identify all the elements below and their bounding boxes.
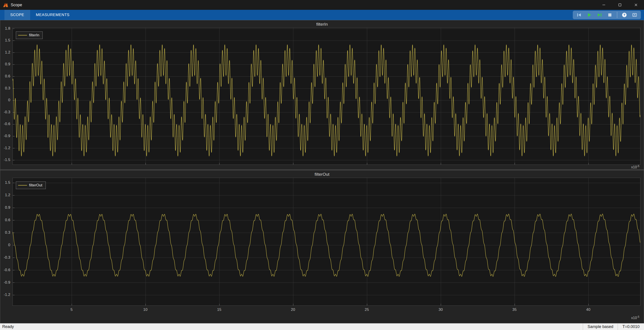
title-bar: Scope bbox=[0, 0, 644, 10]
y-tick-label: -0.6 bbox=[4, 268, 10, 272]
legend-label: filterOut bbox=[29, 183, 42, 187]
x-tick-label: 30 bbox=[434, 308, 447, 312]
scope-panel-filterout: filterOut 1.51.20.90.60.30-0.3-0.6-0.9-1… bbox=[0, 170, 644, 323]
stop-button[interactable] bbox=[607, 12, 613, 18]
y-tick-label: 1.8 bbox=[5, 26, 10, 31]
plot-title: filterOut bbox=[0, 172, 644, 177]
legend-label: filterIn bbox=[29, 33, 39, 37]
y-tick-label: 0.9 bbox=[5, 62, 10, 66]
step-forward-button[interactable] bbox=[596, 12, 603, 18]
help-button[interactable]: ? bbox=[621, 12, 628, 18]
legend[interactable]: filterIn bbox=[16, 31, 43, 39]
waveform-plot bbox=[13, 178, 640, 306]
simulation-toolbar: ? bbox=[573, 11, 641, 19]
y-tick-label: 0.6 bbox=[5, 218, 10, 222]
axis-exponent-label: x10-5 bbox=[631, 165, 639, 169]
svg-text:?: ? bbox=[624, 13, 626, 17]
step-forward-icon bbox=[597, 12, 602, 18]
close-button[interactable] bbox=[628, 0, 644, 10]
minimize-button[interactable] bbox=[596, 0, 612, 10]
toolbar-divider bbox=[617, 12, 617, 18]
legend-line-sample bbox=[18, 185, 27, 185]
x-tick-label: 40 bbox=[582, 308, 595, 312]
plot-axes-filterin[interactable]: filterIn bbox=[12, 28, 640, 165]
y-tick-label: 0 bbox=[8, 243, 10, 247]
close-icon bbox=[634, 3, 638, 7]
tab-scope[interactable]: SCOPE bbox=[4, 10, 30, 20]
y-tick-label: 1.5 bbox=[5, 180, 10, 185]
x-tick-label: 20 bbox=[286, 308, 300, 312]
legend[interactable]: filterOut bbox=[16, 181, 46, 189]
y-tick-label: 1.2 bbox=[5, 50, 10, 55]
waveform-plot bbox=[13, 28, 640, 165]
run-icon bbox=[586, 12, 592, 18]
scope-panel-filterin: filterIn 1.81.51.20.90.60.30-0.3-0.6-0.9… bbox=[0, 20, 644, 170]
x-tick-label: 35 bbox=[508, 308, 521, 312]
y-tick-label: 1.5 bbox=[5, 38, 10, 43]
status-sample-mode: Sample based bbox=[583, 324, 618, 330]
axis-exponent-label: x10-5 bbox=[631, 315, 639, 320]
y-tick-label: -0.6 bbox=[4, 122, 10, 126]
y-tick-label: -0.3 bbox=[4, 110, 10, 114]
x-axis-labels: 510152025303540 bbox=[12, 308, 640, 313]
y-tick-label: -1.2 bbox=[4, 146, 10, 150]
y-tick-label: -1.2 bbox=[4, 293, 10, 297]
minimize-icon bbox=[602, 3, 606, 7]
y-tick-label: -1.5 bbox=[4, 158, 10, 162]
window-title: Scope bbox=[11, 3, 22, 7]
y-tick-label: 0.3 bbox=[5, 230, 10, 235]
y-tick-label: -0.9 bbox=[4, 134, 10, 138]
status-sim-time: T=0.0010 bbox=[618, 324, 644, 330]
matlab-icon bbox=[3, 2, 8, 8]
step-back-icon bbox=[576, 12, 582, 18]
x-tick-label: 5 bbox=[65, 308, 78, 312]
status-bar: Ready Sample based T=0.0010 bbox=[0, 323, 644, 330]
help-icon: ? bbox=[622, 12, 627, 18]
y-tick-label: 0.6 bbox=[5, 74, 10, 78]
x-tick-label: 15 bbox=[212, 308, 226, 312]
y-axis-labels: 1.51.20.90.60.30-0.3-0.6-0.9-1.2 bbox=[0, 178, 12, 306]
plot-axes-filterout[interactable]: filterOut bbox=[12, 178, 640, 306]
y-tick-label: 1.2 bbox=[5, 193, 10, 197]
run-button[interactable] bbox=[586, 12, 592, 18]
x-tick-label: 10 bbox=[139, 308, 152, 312]
status-ready: Ready bbox=[0, 325, 583, 329]
highlight-block-icon bbox=[632, 12, 637, 18]
y-tick-label: 0.3 bbox=[5, 86, 10, 91]
highlight-block-button[interactable] bbox=[632, 12, 638, 18]
maximize-icon bbox=[618, 3, 622, 7]
simulation-controls-group: ? bbox=[573, 11, 641, 19]
x-tick-label: 25 bbox=[360, 308, 374, 312]
y-tick-label: 0.9 bbox=[5, 205, 10, 210]
step-back-button[interactable] bbox=[576, 12, 582, 18]
tab-measurements[interactable]: MEASUREMENTS bbox=[30, 10, 76, 20]
y-tick-label: -0.3 bbox=[4, 255, 10, 260]
y-axis-labels: 1.81.51.20.90.60.30-0.3-0.6-0.9-1.2-1.5 bbox=[0, 28, 12, 165]
y-tick-label: 0 bbox=[8, 98, 10, 102]
plot-title: filterIn bbox=[0, 22, 644, 27]
ribbon-toolstrip: SCOPE MEASUREMENTS bbox=[0, 10, 644, 20]
y-tick-label: -0.9 bbox=[4, 280, 10, 285]
legend-line-sample bbox=[18, 35, 27, 35]
ribbon-tabs: SCOPE MEASUREMENTS bbox=[4, 10, 75, 20]
scope-display-area: filterIn 1.81.51.20.90.60.30-0.3-0.6-0.9… bbox=[0, 20, 644, 323]
maximize-button[interactable] bbox=[612, 0, 628, 10]
stop-icon bbox=[607, 12, 612, 18]
